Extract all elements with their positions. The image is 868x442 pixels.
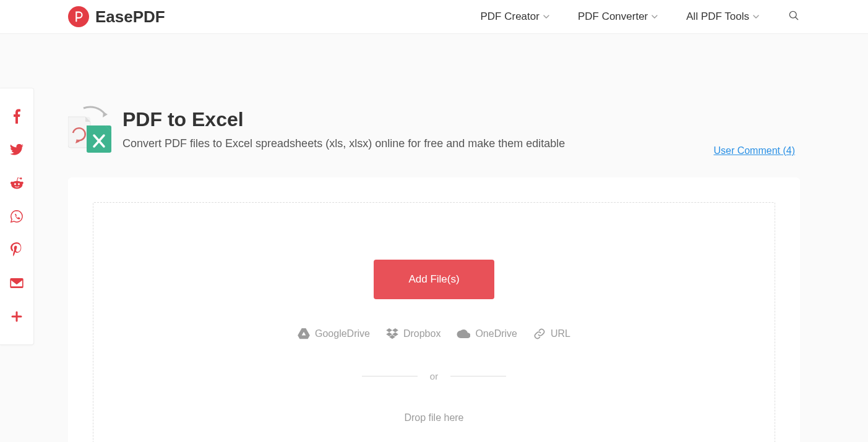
source-googledrive[interactable]: GoogleDrive bbox=[298, 328, 370, 339]
source-label: OneDrive bbox=[475, 328, 517, 339]
upload-card: Add File(s) GoogleDrive Dropbox OneDrive… bbox=[68, 177, 800, 442]
source-label: URL bbox=[551, 328, 570, 339]
search-button[interactable] bbox=[788, 9, 800, 25]
onedrive-icon bbox=[457, 329, 470, 338]
brand-logo-icon bbox=[68, 6, 89, 27]
source-onedrive[interactable]: OneDrive bbox=[457, 328, 517, 339]
page-heading-text: PDF to Excel Convert PDF files to Excel … bbox=[122, 103, 800, 150]
file-dropzone[interactable]: Add File(s) GoogleDrive Dropbox OneDrive… bbox=[93, 202, 775, 442]
header: EasePDF PDF Creator PDF Converter All PD… bbox=[0, 0, 868, 34]
share-pinterest[interactable] bbox=[7, 239, 27, 261]
nav-all-tools[interactable]: All PDF Tools bbox=[686, 11, 759, 23]
main-nav: PDF Creator PDF Converter All PDF Tools bbox=[480, 9, 800, 25]
cloud-sources: GoogleDrive Dropbox OneDrive URL bbox=[298, 328, 570, 340]
drop-hint: Drop file here bbox=[404, 412, 463, 423]
share-email[interactable] bbox=[7, 272, 27, 294]
search-icon bbox=[788, 9, 800, 22]
source-label: GoogleDrive bbox=[315, 328, 370, 339]
add-files-button[interactable]: Add File(s) bbox=[374, 260, 494, 299]
divider-line bbox=[362, 376, 418, 376]
googledrive-icon bbox=[298, 328, 310, 339]
svg-line-1 bbox=[796, 17, 798, 19]
plus-icon bbox=[11, 311, 22, 322]
brand-name: EasePDF bbox=[95, 7, 165, 27]
share-more[interactable] bbox=[7, 305, 27, 328]
nav-label: All PDF Tools bbox=[686, 11, 749, 23]
or-label: or bbox=[430, 371, 438, 381]
share-whatsapp[interactable] bbox=[7, 205, 27, 227]
whatsapp-icon bbox=[10, 210, 24, 223]
divider-line bbox=[450, 376, 506, 376]
reddit-icon bbox=[10, 177, 24, 189]
page-subtitle: Convert PDF files to Excel spreadsheets … bbox=[122, 137, 800, 150]
chevron-down-icon bbox=[543, 14, 549, 20]
share-reddit[interactable] bbox=[7, 172, 27, 194]
pdf-to-excel-icon bbox=[68, 103, 118, 153]
pinterest-icon bbox=[11, 242, 23, 257]
logo[interactable]: EasePDF bbox=[68, 6, 165, 27]
svg-marker-4 bbox=[103, 112, 108, 117]
or-divider: or bbox=[362, 371, 506, 381]
link-icon bbox=[533, 328, 546, 340]
chevron-down-icon bbox=[651, 14, 658, 20]
nav-pdf-creator[interactable]: PDF Creator bbox=[480, 11, 549, 23]
page-title: PDF to Excel bbox=[122, 108, 800, 131]
nav-label: PDF Creator bbox=[480, 11, 539, 23]
source-dropbox[interactable]: Dropbox bbox=[386, 328, 440, 339]
user-comments-link[interactable]: User Comment (4) bbox=[713, 145, 795, 156]
nav-pdf-converter[interactable]: PDF Converter bbox=[578, 11, 658, 23]
dropbox-icon bbox=[386, 328, 398, 339]
nav-label: PDF Converter bbox=[578, 11, 648, 23]
source-url[interactable]: URL bbox=[533, 328, 570, 340]
source-label: Dropbox bbox=[403, 328, 440, 339]
chevron-down-icon bbox=[753, 14, 759, 20]
email-icon bbox=[10, 278, 24, 288]
page-heading-row: PDF to Excel Convert PDF files to Excel … bbox=[0, 34, 868, 153]
